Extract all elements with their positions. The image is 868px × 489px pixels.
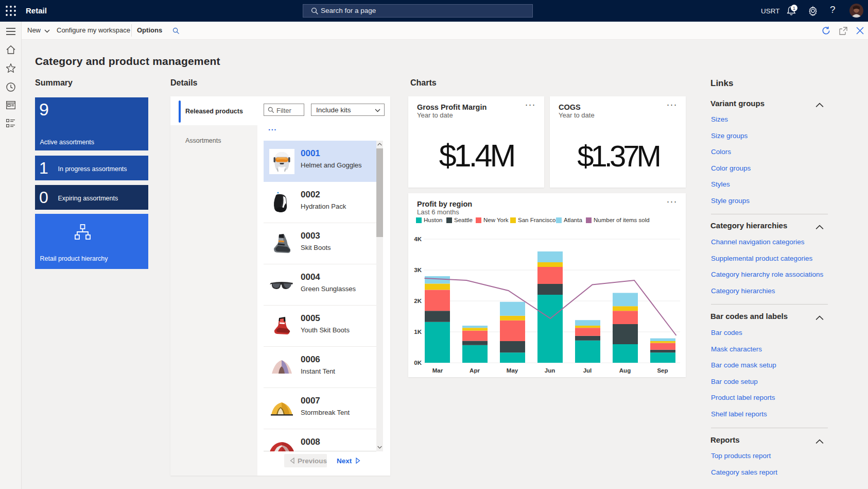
- svg-text:Mar: Mar: [432, 367, 443, 374]
- svg-text:May: May: [507, 367, 518, 374]
- svg-text:Jun: Jun: [545, 367, 555, 374]
- svg-text:Aug: Aug: [619, 367, 631, 374]
- svg-text:2K: 2K: [414, 298, 422, 304]
- svg-text:3K: 3K: [414, 267, 422, 273]
- svg-text:0K: 0K: [414, 360, 422, 366]
- svg-text:1K: 1K: [414, 329, 422, 335]
- svg-text:Apr: Apr: [470, 367, 480, 374]
- svg-text:Sep: Sep: [657, 367, 668, 374]
- svg-text:Jul: Jul: [583, 367, 592, 374]
- svg-text:4K: 4K: [414, 236, 422, 242]
